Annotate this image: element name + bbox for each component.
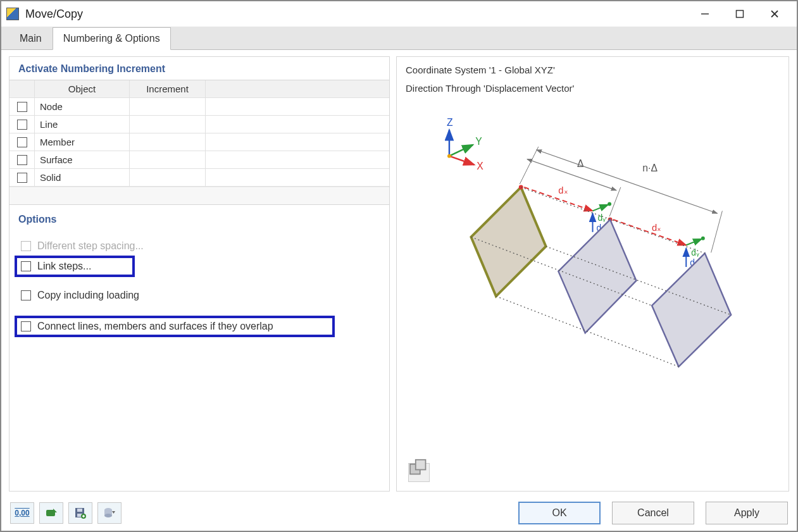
svg-line-11 [609,187,621,216]
table-row: Solid [9,169,389,187]
svg-point-39 [104,514,112,517]
option-link-steps[interactable]: Link steps... [15,256,135,277]
option-different-step: Different step spacing... [18,237,380,256]
row-increment[interactable] [130,116,206,133]
svg-line-8 [527,159,616,190]
table-header: Object Increment [9,80,389,98]
checkbox-member[interactable] [17,137,27,147]
option-connect-overlap[interactable]: Connect lines, members and surfaces if t… [15,316,335,337]
preview-line2: Direction Through 'Displacement Vector' [406,82,780,96]
option-copy-loading[interactable]: Copy including loading [18,286,380,305]
axis-x-label: X [477,161,483,171]
svg-line-21 [613,220,686,245]
db-button[interactable] [97,502,122,524]
dy-label-1: dᵧ [597,213,606,223]
svg-rect-1 [736,11,743,18]
cancel-button[interactable]: Cancel [612,502,694,524]
options-title: Options [18,214,380,225]
checkbox-different-step [21,241,31,251]
svg-line-5 [449,145,473,156]
row-label: Line [35,116,130,133]
titlebar: Move/Copy [1,1,797,27]
svg-line-9 [537,150,718,213]
table-blank-row [9,187,389,204]
row-increment[interactable] [130,133,206,151]
import-icon [45,507,58,519]
dx-label-2: dₓ [652,223,661,233]
axis-z-label: Z [447,117,453,128]
row-increment[interactable] [130,169,206,186]
ok-button[interactable]: OK [518,502,601,524]
import-button[interactable] [39,502,63,524]
close-button[interactable] [757,1,792,27]
options-panel: Options Different step spacing... Link s… [9,204,389,491]
label-copy-loading: Copy including loading [37,290,139,301]
save-button[interactable] [68,502,92,524]
table-row: Node [9,98,389,116]
row-label: Surface [35,151,130,168]
numbering-table: Object Increment Node Line Member [9,80,389,204]
svg-line-12 [711,211,723,252]
checkbox-surface[interactable] [17,155,27,165]
table-row: Surface [9,151,389,169]
svg-marker-25 [652,253,731,366]
svg-line-10 [520,147,539,184]
svg-rect-31 [416,460,426,470]
checkbox-connect-overlap[interactable] [21,321,31,331]
diagram: Z Y X Δ n·Δ [406,99,780,485]
tab-main[interactable]: Main [9,27,53,49]
delta-label: Δ [577,158,584,169]
save-icon [74,507,87,519]
window-title: Move/Copy [25,8,83,21]
col-increment: Increment [130,80,206,97]
svg-line-22 [686,239,702,245]
svg-point-14 [519,185,523,189]
units-icon: 0,00 [15,509,29,517]
svg-point-17 [608,202,611,206]
axis-y-label: Y [475,136,482,147]
maximize-button[interactable] [722,1,757,27]
app-icon [6,8,19,20]
svg-point-7 [447,154,451,158]
preview-line1: Coordinate System '1 - Global XYZ' [406,63,780,78]
move-copy-diagram-svg: Z Y X Δ n·Δ [406,94,780,479]
checkbox-copy-loading[interactable] [21,290,31,300]
row-label: Solid [35,169,130,186]
units-button[interactable]: 0,00 [10,502,34,524]
minimize-button[interactable] [687,1,722,27]
svg-point-23 [701,237,705,240]
checkbox-node[interactable] [17,102,27,112]
svg-marker-20 [558,220,636,333]
diagram-tool-button[interactable] [408,463,430,482]
preview-panel: Coordinate System '1 - Global XYZ' Direc… [396,56,789,492]
svg-rect-34 [77,509,82,512]
row-label: Member [35,133,130,151]
table-row: Line [9,116,389,133]
svg-line-6 [449,156,474,165]
col-object: Object [35,80,130,97]
svg-line-16 [593,204,609,211]
tab-strip: Main Numbering & Options [1,27,797,49]
checkbox-solid[interactable] [17,173,27,183]
row-increment[interactable] [130,151,206,168]
row-label: Node [35,98,130,115]
label-link-steps: Link steps... [37,261,91,272]
label-connect-overlap: Connect lines, members and surfaces if t… [37,321,273,332]
bottom-toolbar: 0,00 OK Cancel Apply [1,495,797,531]
row-increment[interactable] [130,98,206,115]
label-different-step: Different step spacing... [37,240,144,252]
table-row: Member [9,133,389,151]
checkbox-line[interactable] [17,120,27,130]
tab-numbering-options[interactable]: Numbering & Options [53,27,171,50]
left-panel: Activate Numbering Increment Object Incr… [9,56,390,492]
ndelta-label: n·Δ [642,163,658,173]
apply-button[interactable]: Apply [706,502,788,524]
dx-label-1: dₓ [558,185,568,195]
numbering-panel-title: Activate Numbering Increment [9,57,389,80]
checkbox-link-steps[interactable] [21,261,31,271]
dy-label-2: dᵧ [691,248,699,257]
content-area: Activate Numbering Increment Object Incr… [1,50,797,495]
db-icon [103,507,116,519]
